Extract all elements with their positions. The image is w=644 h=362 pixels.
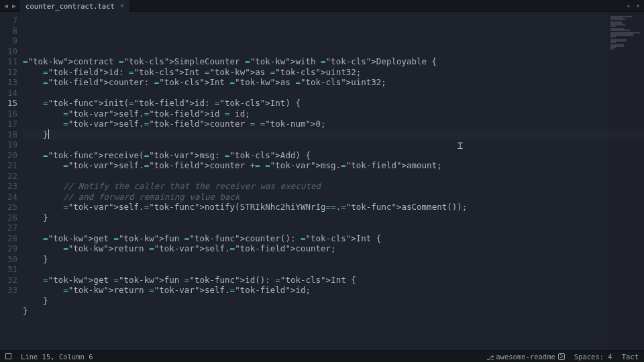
editor[interactable]: 7891011121314151617181920212223242526272… <box>0 12 644 350</box>
code-line[interactable]: ="tok-var">self.="tok-field">id = id; <box>23 109 644 119</box>
code-line[interactable] <box>23 139 644 150</box>
code-line[interactable]: ="tok-var">self.="tok-field">counter += … <box>23 160 644 171</box>
code-line[interactable]: ="tok-kw">return ="tok-var">self.="tok-f… <box>23 285 644 296</box>
code-line[interactable]: ="tok-kw">get ="tok-kw">fun ="tok-func">… <box>23 233 644 244</box>
code-line[interactable]: ="tok-func">init(="tok-field">id: ="tok-… <box>23 98 644 109</box>
code-line[interactable]: // Notify the caller that the receiver w… <box>23 181 644 192</box>
code-line[interactable] <box>23 223 644 233</box>
code-line[interactable]: } <box>23 213 644 223</box>
titlebar: ◀ ▶ counter_contract.tact × ＋ ▾ <box>0 0 644 12</box>
git-branch-icon <box>486 353 493 360</box>
status-language[interactable]: Tact <box>622 353 639 361</box>
status-indentation[interactable]: Spaces: 4 <box>574 353 612 361</box>
code-line[interactable]: } <box>23 129 644 140</box>
code-line[interactable] <box>23 171 644 182</box>
branch-change-count: 5 <box>558 353 565 360</box>
branch-name: awesome-readme <box>496 353 555 361</box>
code-area[interactable]: Ꮖ ="tok-kw">contract ="tok-cls">SimpleCo… <box>23 12 644 350</box>
code-line[interactable]: ="tok-field">id: ="tok-cls">Int ="tok-kw… <box>23 67 644 78</box>
status-cursor-position[interactable]: Line 15, Column 6 <box>21 353 93 361</box>
code-line[interactable]: ="tok-kw">get ="tok-kw">fun ="tok-func">… <box>23 275 644 286</box>
code-line[interactable] <box>23 46 644 57</box>
tab-bar: counter_contract.tact × <box>20 0 130 12</box>
caret <box>48 129 49 139</box>
statusbar: Line 15, Column 6 awesome-readme 5 Space… <box>0 350 644 362</box>
code-line[interactable]: } <box>23 296 644 306</box>
code-line[interactable]: ="tok-kw">return ="tok-var">self.="tok-f… <box>23 243 644 254</box>
code-line[interactable]: } <box>23 306 644 316</box>
code-line[interactable] <box>23 316 644 327</box>
nav-forward-icon[interactable]: ▶ <box>12 2 16 9</box>
tab-filename: counter_contract.tact <box>25 2 115 10</box>
code-line[interactable]: } <box>23 254 644 265</box>
code-line[interactable] <box>23 264 644 275</box>
tab-counter-contract[interactable]: counter_contract.tact × <box>20 0 130 12</box>
new-tab-icon[interactable]: ＋ <box>625 1 632 11</box>
line-number-gutter: 7891011121314151617181920212223242526272… <box>0 12 23 350</box>
tab-menu-icon[interactable]: ▾ <box>636 2 640 9</box>
code-line[interactable]: ="tok-field">counter: ="tok-cls">Int ="t… <box>23 77 644 88</box>
panel-toggle-icon[interactable] <box>5 353 11 359</box>
status-git-branch[interactable]: awesome-readme 5 <box>486 353 565 361</box>
code-line[interactable]: // and forward remaining value back <box>23 192 644 202</box>
minimap[interactable] <box>606 12 644 350</box>
tab-close-icon[interactable]: × <box>120 1 125 10</box>
code-line[interactable]: ="tok-var">self.="tok-field">counter = =… <box>23 119 644 129</box>
code-line[interactable] <box>23 88 644 99</box>
code-line[interactable]: ="tok-func">receive(="tok-var">msg: ="to… <box>23 150 644 161</box>
nav-back-icon[interactable]: ◀ <box>4 2 8 9</box>
code-line[interactable]: ="tok-kw">contract ="tok-cls">SimpleCoun… <box>23 56 644 67</box>
code-line[interactable]: ="tok-var">self.="tok-func">notify(STRIk… <box>23 202 644 213</box>
